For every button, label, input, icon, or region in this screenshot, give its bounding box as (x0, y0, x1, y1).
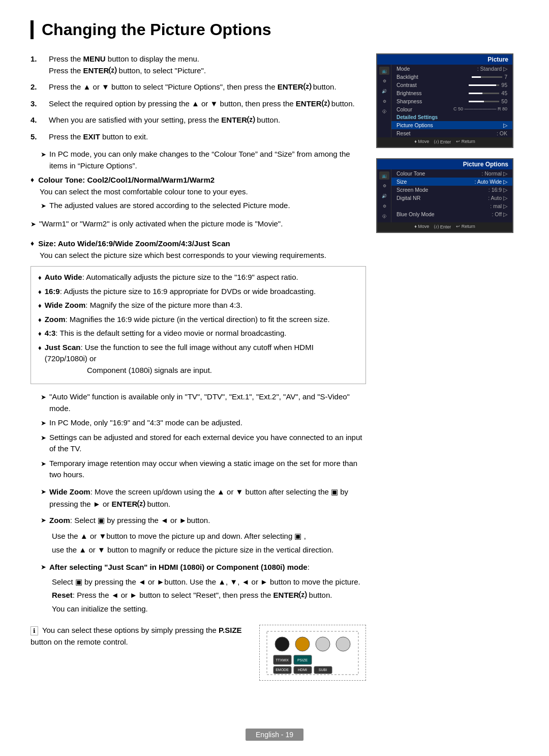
colour-tone-section: Colour Tone: Cool2/Cool1/Normal/Warm1/Wa… (30, 176, 366, 211)
title-bar: Changing the Picture Options (30, 20, 518, 39)
tv-menu-contrast-row: Contrast 95 (391, 81, 512, 89)
svg-text:PSIZE: PSIZE (297, 658, 308, 662)
colour-tone-note-1: The adjusted values are stored according… (41, 200, 366, 212)
step-2: Press the ▲ or ▼ button to select "Pictu… (30, 81, 366, 93)
svg-text:EMODE: EMODE (276, 668, 289, 672)
tv-menu-hdmi-row: : mal ▷ (391, 202, 512, 210)
svg-text:HDMI: HDMI (298, 668, 307, 672)
tv-menu-picture-options-header: Picture Options (377, 159, 512, 169)
tv-menu-size-row: Size : Auto Wide ▷ (391, 178, 512, 186)
tv-menu-picture-options-footer: ♦ Move ⒵ Enter ↩ Return (377, 222, 512, 232)
svg-point-2 (295, 637, 310, 651)
tv-menu-backlight-row: Backlight 7 (391, 73, 512, 81)
after-selecting-line-2: Reset: Press the ◄ or ► button to select… (52, 590, 366, 601)
tv-menu-picture-footer: ♦ Move ⒵ Enter ↩ Return (377, 137, 512, 147)
size-note-4: Temporary image retention may occur when… (41, 458, 366, 481)
size-zoom-text: Zoom: Magnifies the 16:9 wide picture (i… (45, 314, 330, 326)
size-header-text: Size: Auto Wide/16:9/Wide Zoom/Zoom/4:3/… (38, 239, 230, 248)
size-4-3-text: 4:3: This is the default setting for a v… (45, 328, 287, 339)
tv-menu-colour-tone-row: Colour Tone : Normal ▷ (391, 169, 512, 178)
pc-mode-note: In PC mode, you can only make changes to… (41, 149, 366, 171)
colour-tone-desc: You can select the most comfortable colo… (40, 186, 366, 198)
colour-tone-header-text: Colour Tone: Cool2/Cool1/Normal/Warm1/Wa… (38, 176, 215, 184)
tv-menu-mode-row: Mode : Standard ▷ (391, 65, 512, 73)
after-selecting-header: After selecting "Just Scan" in HDMI (108… (41, 561, 366, 573)
zoom-indent-1: Use the ▲ or ▼button to move the picture… (52, 531, 366, 542)
step-3-text: Select the required option by pressing t… (49, 98, 355, 110)
svg-marker-9 (314, 657, 319, 661)
pc-mode-note-text: In PC mode, you can only make changes to… (49, 149, 366, 171)
tv-menu-sharpness-row: Sharpness 50 (391, 97, 512, 105)
remote-note-icon: ℹ (30, 626, 38, 635)
step-1: Press the MENU button to display the men… (30, 53, 366, 76)
step-5-text: Press the EXIT button to exit. (49, 131, 148, 143)
page-title: Changing the Picture Options (42, 20, 518, 39)
size-note-3: Settings can be adjusted and stored for … (41, 432, 366, 455)
zoom-note: Zoom: Select ▣ by pressing the ◄ or ►but… (41, 514, 366, 527)
tv-menu-picture-options: Picture Options 📺 ⚙ 🔊 ⚙ (376, 158, 513, 233)
size-just-scan-text: Just Scan: Use the function to see the f… (45, 342, 358, 376)
size-desc: You can select the picture size which be… (40, 250, 366, 261)
size-just-scan: Just Scan: Use the function to see the f… (38, 342, 358, 376)
left-column: Press the MENU button to display the men… (30, 53, 366, 681)
page-number: English - 19 (246, 729, 303, 741)
wide-zoom-note-text: Wide Zoom: Move the screen up/down using… (49, 486, 366, 510)
size-16-9: 16:9: Adjusts the picture size to 16:9 a… (38, 286, 358, 298)
tv-menu-blue-only-row: Blue Only Mode : Off ▷ (391, 210, 512, 218)
size-auto-wide-text: Auto Wide: Automatically adjusts the pic… (45, 272, 298, 283)
wide-zoom-note: Wide Zoom: Move the screen up/down using… (41, 486, 366, 510)
colour-tone-note-1-text: The adjusted values are stored according… (49, 200, 290, 212)
size-zoom: Zoom: Magnifies the 16:9 wide picture (i… (38, 314, 358, 326)
size-wide-zoom-text: Wide Zoom: Magnify the size of the pictu… (45, 300, 242, 311)
tv-menu-picture: Picture 📺 ⚙ 🔊 ⚙ (376, 53, 513, 148)
size-auto-wide: Auto Wide: Automatically adjusts the pic… (38, 272, 358, 283)
svg-point-3 (316, 637, 330, 651)
right-column: Picture 📺 ⚙ 🔊 ⚙ (376, 53, 518, 681)
after-selecting-line-3: You can initialize the setting. (52, 603, 366, 615)
size-header: Size: Auto Wide/16:9/Wide Zoom/Zoom/4:3/… (30, 239, 366, 248)
tv-menu-reset-row: Reset : OK (391, 129, 512, 137)
after-selecting-line-1: Select ▣ by pressing the ◄ or ►button. U… (52, 576, 366, 588)
steps-list: Press the MENU button to display the men… (30, 53, 366, 142)
size-note-3-text: Settings can be adjusted and stored for … (49, 432, 366, 455)
size-note-2-text: In PC Mode, only "16:9" and "4:3" mode c… (49, 417, 242, 429)
remote-control-image: TTXMIX PSIZE EMODE HDMI SUBI (259, 625, 366, 681)
size-note-4-text: Temporary image retention may occur when… (49, 458, 366, 481)
remote-note-text: ℹ You can select these options by simply… (30, 625, 249, 648)
zoom-note-text: Zoom: Select ▣ by pressing the ◄ or ►but… (49, 514, 210, 527)
size-note-2: In PC Mode, only "16:9" and "4:3" mode c… (41, 417, 366, 429)
size-note-1: "Auto Wide" function is available only i… (41, 391, 366, 414)
tv-menu-colour-row: Colour C 50 ——————— R 80 (391, 105, 512, 113)
zoom-indent-2: use the ▲ or ▼ button to magnify or redu… (52, 544, 366, 556)
step-2-text: Press the ▲ or ▼ button to select "Pictu… (49, 81, 337, 93)
colour-tone-header: Colour Tone: Cool2/Cool1/Normal/Warm1/Wa… (30, 176, 366, 184)
remote-svg: TTXMIX PSIZE EMODE HDMI SUBI (264, 629, 361, 677)
svg-point-4 (336, 637, 350, 651)
tv-menu-detailed-label: Detailed Settings (391, 113, 512, 121)
svg-point-1 (275, 637, 289, 651)
page: Changing the Picture Options Press the M… (0, 0, 549, 756)
svg-text:TTXMIX: TTXMIX (276, 658, 289, 662)
tv-menu-picture-options-row: Picture Options ▷ (391, 121, 512, 129)
tv-menu-digital-nr-row: Digital NR : Auto ▷ (391, 194, 512, 202)
step-5: Press the EXIT button to exit. (30, 131, 366, 143)
size-notes: "Auto Wide" function is available only i… (30, 391, 366, 481)
warm-note: "Warm1" or "Warm2" is only activated whe… (30, 218, 366, 230)
step-4-text: When you are satisfied with your setting… (49, 114, 280, 126)
step-3: Select the required option by pressing t… (30, 98, 366, 110)
step-4: When you are satisfied with your setting… (30, 114, 366, 126)
size-4-3: 4:3: This is the default setting for a v… (38, 328, 358, 339)
remote-section: ℹ You can select these options by simply… (30, 625, 366, 681)
size-note-1-text: "Auto Wide" function is available only i… (49, 391, 366, 414)
after-selecting-header-text: After selecting "Just Scan" in HDMI (108… (49, 561, 310, 573)
warm-note-text: "Warm1" or "Warm2" is only activated whe… (39, 218, 283, 230)
size-wide-zoom: Wide Zoom: Magnify the size of the pictu… (38, 300, 358, 311)
step-1-text: Press the MENU button to display the men… (49, 53, 206, 76)
size-options-box: Auto Wide: Automatically adjusts the pic… (30, 266, 366, 384)
tv-menu-screen-mode-row: Screen Mode : 16:9 ▷ (391, 186, 512, 194)
size-section: Size: Auto Wide/16:9/Wide Zoom/Zoom/4:3/… (30, 239, 366, 385)
tv-menu-brightness-row: Brightness 45 (391, 89, 512, 97)
tv-menu-picture-header: Picture (377, 54, 512, 65)
main-layout: Press the MENU button to display the men… (30, 53, 518, 681)
svg-text:SUBI: SUBI (319, 668, 327, 672)
